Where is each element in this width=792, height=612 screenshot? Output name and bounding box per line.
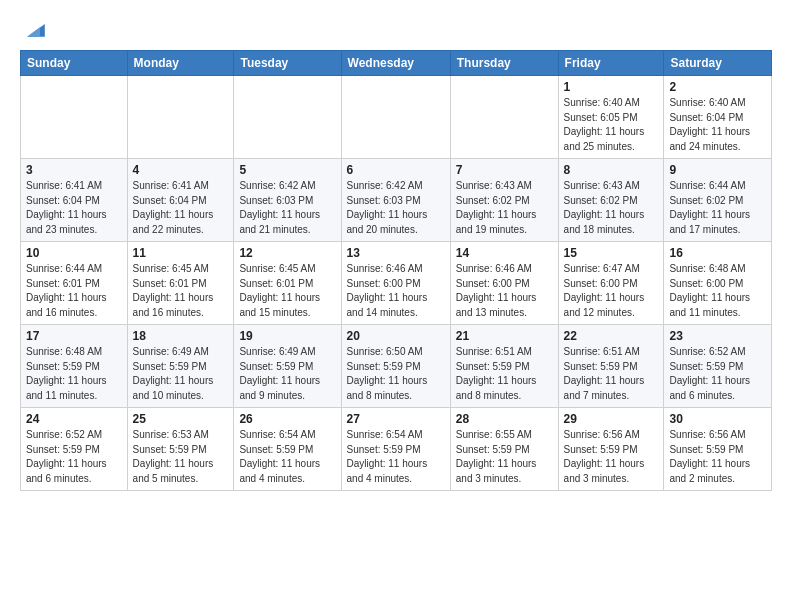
day-info: Sunrise: 6:49 AMSunset: 5:59 PMDaylight:… <box>239 345 335 403</box>
calendar-cell <box>21 76 128 159</box>
day-info: Sunrise: 6:44 AMSunset: 6:01 PMDaylight:… <box>26 262 122 320</box>
calendar-cell <box>234 76 341 159</box>
day-number: 29 <box>564 412 659 426</box>
day-info: Sunrise: 6:51 AMSunset: 5:59 PMDaylight:… <box>564 345 659 403</box>
day-number: 22 <box>564 329 659 343</box>
day-info: Sunrise: 6:48 AMSunset: 5:59 PMDaylight:… <box>26 345 122 403</box>
day-number: 1 <box>564 80 659 94</box>
calendar-cell: 22Sunrise: 6:51 AMSunset: 5:59 PMDayligh… <box>558 325 664 408</box>
weekday-header-friday: Friday <box>558 51 664 76</box>
day-info: Sunrise: 6:51 AMSunset: 5:59 PMDaylight:… <box>456 345 553 403</box>
day-info: Sunrise: 6:45 AMSunset: 6:01 PMDaylight:… <box>133 262 229 320</box>
calendar-cell: 20Sunrise: 6:50 AMSunset: 5:59 PMDayligh… <box>341 325 450 408</box>
day-info: Sunrise: 6:47 AMSunset: 6:00 PMDaylight:… <box>564 262 659 320</box>
calendar-cell: 19Sunrise: 6:49 AMSunset: 5:59 PMDayligh… <box>234 325 341 408</box>
calendar-cell: 26Sunrise: 6:54 AMSunset: 5:59 PMDayligh… <box>234 408 341 491</box>
day-number: 11 <box>133 246 229 260</box>
weekday-header-sunday: Sunday <box>21 51 128 76</box>
day-number: 6 <box>347 163 445 177</box>
day-number: 10 <box>26 246 122 260</box>
day-info: Sunrise: 6:46 AMSunset: 6:00 PMDaylight:… <box>347 262 445 320</box>
day-number: 12 <box>239 246 335 260</box>
day-info: Sunrise: 6:56 AMSunset: 5:59 PMDaylight:… <box>564 428 659 486</box>
day-info: Sunrise: 6:52 AMSunset: 5:59 PMDaylight:… <box>26 428 122 486</box>
calendar-cell: 29Sunrise: 6:56 AMSunset: 5:59 PMDayligh… <box>558 408 664 491</box>
calendar-cell: 14Sunrise: 6:46 AMSunset: 6:00 PMDayligh… <box>450 242 558 325</box>
day-number: 19 <box>239 329 335 343</box>
header <box>20 16 772 40</box>
calendar-cell: 23Sunrise: 6:52 AMSunset: 5:59 PMDayligh… <box>664 325 772 408</box>
calendar-cell: 16Sunrise: 6:48 AMSunset: 6:00 PMDayligh… <box>664 242 772 325</box>
day-info: Sunrise: 6:49 AMSunset: 5:59 PMDaylight:… <box>133 345 229 403</box>
day-info: Sunrise: 6:52 AMSunset: 5:59 PMDaylight:… <box>669 345 766 403</box>
week-row-1: 1Sunrise: 6:40 AMSunset: 6:05 PMDaylight… <box>21 76 772 159</box>
calendar-cell: 10Sunrise: 6:44 AMSunset: 6:01 PMDayligh… <box>21 242 128 325</box>
calendar-cell: 12Sunrise: 6:45 AMSunset: 6:01 PMDayligh… <box>234 242 341 325</box>
calendar-cell: 7Sunrise: 6:43 AMSunset: 6:02 PMDaylight… <box>450 159 558 242</box>
day-info: Sunrise: 6:44 AMSunset: 6:02 PMDaylight:… <box>669 179 766 237</box>
day-number: 8 <box>564 163 659 177</box>
day-info: Sunrise: 6:43 AMSunset: 6:02 PMDaylight:… <box>456 179 553 237</box>
day-info: Sunrise: 6:46 AMSunset: 6:00 PMDaylight:… <box>456 262 553 320</box>
week-row-5: 24Sunrise: 6:52 AMSunset: 5:59 PMDayligh… <box>21 408 772 491</box>
day-number: 3 <box>26 163 122 177</box>
day-number: 25 <box>133 412 229 426</box>
calendar-cell: 2Sunrise: 6:40 AMSunset: 6:04 PMDaylight… <box>664 76 772 159</box>
week-row-4: 17Sunrise: 6:48 AMSunset: 5:59 PMDayligh… <box>21 325 772 408</box>
day-number: 23 <box>669 329 766 343</box>
calendar-cell: 21Sunrise: 6:51 AMSunset: 5:59 PMDayligh… <box>450 325 558 408</box>
logo-icon <box>24 16 48 40</box>
day-info: Sunrise: 6:55 AMSunset: 5:59 PMDaylight:… <box>456 428 553 486</box>
day-info: Sunrise: 6:45 AMSunset: 6:01 PMDaylight:… <box>239 262 335 320</box>
week-row-3: 10Sunrise: 6:44 AMSunset: 6:01 PMDayligh… <box>21 242 772 325</box>
week-row-2: 3Sunrise: 6:41 AMSunset: 6:04 PMDaylight… <box>21 159 772 242</box>
day-number: 24 <box>26 412 122 426</box>
calendar-cell <box>450 76 558 159</box>
day-number: 7 <box>456 163 553 177</box>
weekday-header-wednesday: Wednesday <box>341 51 450 76</box>
calendar-cell: 17Sunrise: 6:48 AMSunset: 5:59 PMDayligh… <box>21 325 128 408</box>
day-info: Sunrise: 6:40 AMSunset: 6:04 PMDaylight:… <box>669 96 766 154</box>
weekday-header-tuesday: Tuesday <box>234 51 341 76</box>
calendar-cell: 4Sunrise: 6:41 AMSunset: 6:04 PMDaylight… <box>127 159 234 242</box>
calendar-cell: 18Sunrise: 6:49 AMSunset: 5:59 PMDayligh… <box>127 325 234 408</box>
calendar-cell: 9Sunrise: 6:44 AMSunset: 6:02 PMDaylight… <box>664 159 772 242</box>
day-number: 28 <box>456 412 553 426</box>
svg-marker-1 <box>27 27 40 37</box>
calendar-cell: 5Sunrise: 6:42 AMSunset: 6:03 PMDaylight… <box>234 159 341 242</box>
day-info: Sunrise: 6:42 AMSunset: 6:03 PMDaylight:… <box>347 179 445 237</box>
calendar-table: SundayMondayTuesdayWednesdayThursdayFrid… <box>20 50 772 491</box>
day-number: 18 <box>133 329 229 343</box>
day-info: Sunrise: 6:54 AMSunset: 5:59 PMDaylight:… <box>239 428 335 486</box>
logo <box>20 16 48 40</box>
day-number: 14 <box>456 246 553 260</box>
day-info: Sunrise: 6:50 AMSunset: 5:59 PMDaylight:… <box>347 345 445 403</box>
day-info: Sunrise: 6:56 AMSunset: 5:59 PMDaylight:… <box>669 428 766 486</box>
day-info: Sunrise: 6:53 AMSunset: 5:59 PMDaylight:… <box>133 428 229 486</box>
calendar-cell: 28Sunrise: 6:55 AMSunset: 5:59 PMDayligh… <box>450 408 558 491</box>
day-number: 4 <box>133 163 229 177</box>
day-info: Sunrise: 6:41 AMSunset: 6:04 PMDaylight:… <box>26 179 122 237</box>
day-number: 21 <box>456 329 553 343</box>
day-number: 5 <box>239 163 335 177</box>
calendar-cell <box>127 76 234 159</box>
day-number: 27 <box>347 412 445 426</box>
weekday-header-row: SundayMondayTuesdayWednesdayThursdayFrid… <box>21 51 772 76</box>
calendar-cell: 24Sunrise: 6:52 AMSunset: 5:59 PMDayligh… <box>21 408 128 491</box>
day-number: 13 <box>347 246 445 260</box>
day-number: 26 <box>239 412 335 426</box>
calendar-cell: 30Sunrise: 6:56 AMSunset: 5:59 PMDayligh… <box>664 408 772 491</box>
calendar-cell: 11Sunrise: 6:45 AMSunset: 6:01 PMDayligh… <box>127 242 234 325</box>
day-info: Sunrise: 6:42 AMSunset: 6:03 PMDaylight:… <box>239 179 335 237</box>
day-number: 30 <box>669 412 766 426</box>
page: SundayMondayTuesdayWednesdayThursdayFrid… <box>0 0 792 507</box>
day-number: 20 <box>347 329 445 343</box>
calendar-cell <box>341 76 450 159</box>
day-number: 17 <box>26 329 122 343</box>
day-info: Sunrise: 6:48 AMSunset: 6:00 PMDaylight:… <box>669 262 766 320</box>
calendar-cell: 25Sunrise: 6:53 AMSunset: 5:59 PMDayligh… <box>127 408 234 491</box>
day-number: 15 <box>564 246 659 260</box>
calendar-cell: 15Sunrise: 6:47 AMSunset: 6:00 PMDayligh… <box>558 242 664 325</box>
day-number: 2 <box>669 80 766 94</box>
day-info: Sunrise: 6:41 AMSunset: 6:04 PMDaylight:… <box>133 179 229 237</box>
